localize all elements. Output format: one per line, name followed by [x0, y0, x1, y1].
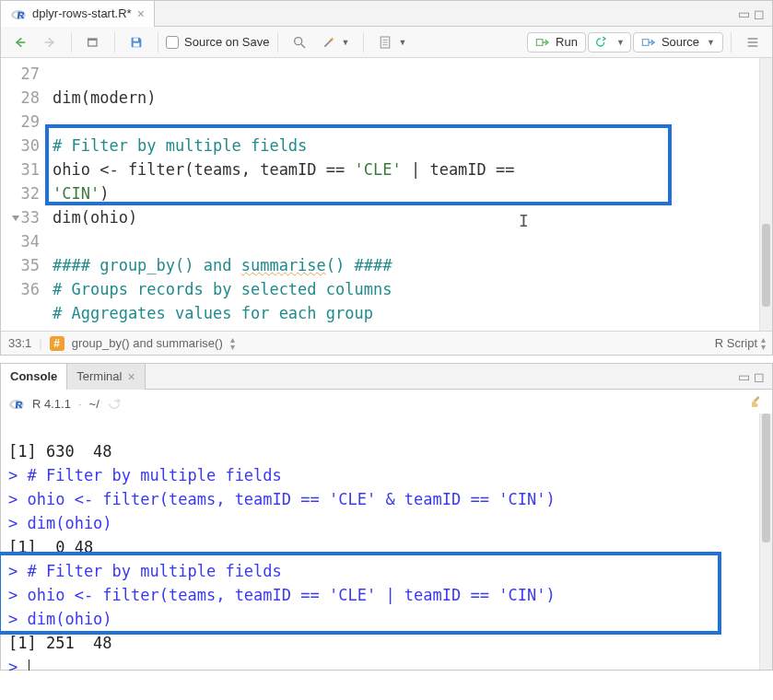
run-label: Run: [556, 35, 578, 49]
run-button[interactable]: Run: [527, 32, 586, 52]
svg-line-8: [324, 39, 332, 46]
editor-scrollbar[interactable]: [759, 58, 772, 331]
chevron-down-icon: ▼: [398, 38, 406, 47]
editor-tabrow: dplyr-rows-start.R* × ▭ ◻: [1, 1, 772, 27]
pane-window-controls: ▭ ◻: [736, 6, 772, 21]
minimize-icon[interactable]: ▭: [736, 6, 752, 21]
arrow-left-icon: [13, 35, 28, 50]
console-line: > # Filter by multiple fields: [8, 466, 282, 484]
compile-report-button[interactable]: ▼: [371, 30, 413, 54]
tab-terminal[interactable]: Terminal ×: [67, 364, 145, 390]
console-line: [1] 630 48: [8, 442, 112, 461]
share-icon[interactable]: [107, 396, 122, 411]
svg-point-6: [294, 37, 301, 44]
console-line: > # Filter by multiple fields: [8, 562, 282, 580]
language-arrows[interactable]: ▴▾: [761, 336, 765, 351]
tab-console[interactable]: Console: [1, 364, 67, 390]
rerun-icon: [594, 35, 609, 50]
line-gutter: 27 28 29 30 31 32 33 34 35 36: [1, 58, 53, 331]
console-line: > ohio <- filter(teams, teamID == 'CLE' …: [8, 586, 556, 604]
toolbar-right: Run ▼ Source ▼: [527, 30, 767, 54]
arrow-right-icon: [42, 35, 57, 50]
code-text[interactable]: dim(modern) # Filter by multiple fields …: [53, 58, 772, 331]
close-icon[interactable]: ×: [137, 7, 145, 20]
editor-toolbar: Source on Save ▼ ▼ Run ▼ Source: [1, 27, 772, 58]
console-line: > dim(ohio): [8, 514, 112, 532]
scrollbar-thumb[interactable]: [762, 224, 770, 307]
chevron-down-icon: ▼: [342, 38, 350, 47]
editor-statusbar: 33:1 | # group_by() and summarise() ▴▾ R…: [1, 331, 772, 355]
maximize-icon[interactable]: ◻: [752, 369, 767, 384]
wand-icon: [322, 35, 336, 50]
cursor-position: 33:1: [8, 336, 31, 350]
show-in-new-window-button[interactable]: [79, 30, 107, 54]
section-name[interactable]: group_by() and summarise(): [72, 336, 223, 350]
source-on-save-checkbox[interactable]: [166, 36, 179, 49]
chevron-down-icon: ▼: [707, 38, 715, 47]
console-output[interactable]: [1] 630 48 > # Filter by multiple fields…: [1, 414, 772, 670]
run-icon: [535, 35, 550, 50]
source-pane: dplyr-rows-start.R* × ▭ ◻ Source on Save: [0, 0, 773, 356]
outline-icon: [745, 35, 760, 50]
separator: [114, 32, 115, 52]
tab-terminal-label: Terminal: [76, 369, 122, 383]
find-button[interactable]: [286, 30, 313, 54]
source-button[interactable]: Source ▼: [633, 32, 723, 52]
tab-console-label: Console: [10, 369, 57, 383]
save-icon: [129, 35, 144, 50]
console-line: [1] 0 48: [8, 538, 93, 556]
clear-console-icon[interactable]: [750, 394, 765, 413]
search-icon: [292, 35, 307, 50]
file-tab[interactable]: dplyr-rows-start.R* ×: [1, 1, 155, 27]
console-infobar: R 4.1.1 · ~/: [1, 390, 772, 414]
file-tab-label: dplyr-rows-start.R*: [32, 6, 132, 20]
svg-rect-4: [134, 38, 138, 41]
r-file-icon: [10, 6, 27, 22]
console-line: > dim(ohio): [8, 610, 112, 628]
notebook-icon: [378, 35, 392, 50]
minimize-icon[interactable]: ▭: [736, 369, 752, 384]
input-caret: [29, 659, 29, 671]
pane-window-controls: ▭ ◻: [736, 369, 772, 384]
outline-button[interactable]: [739, 30, 767, 54]
r-logo-icon: [8, 395, 25, 412]
svg-rect-14: [642, 39, 649, 45]
console-tabrow: Console Terminal × ▭ ◻: [1, 364, 772, 390]
svg-line-7: [301, 44, 305, 48]
separator: [731, 32, 732, 52]
scrollbar-thumb[interactable]: [762, 414, 770, 542]
section-nav-arrows[interactable]: ▴▾: [230, 336, 234, 351]
rerun-button[interactable]: ▼: [588, 32, 631, 52]
source-icon: [641, 35, 656, 50]
save-button[interactable]: [123, 30, 150, 54]
console-scrollbar[interactable]: [759, 414, 772, 670]
source-label: Source: [662, 35, 699, 49]
console-prompt[interactable]: >: [8, 658, 27, 671]
popout-icon: [86, 35, 100, 50]
code-editor[interactable]: 27 28 29 30 31 32 33 34 35 36 dim(modern…: [1, 58, 772, 331]
code-tools-button[interactable]: ▼: [315, 30, 357, 54]
close-icon[interactable]: ×: [127, 370, 135, 383]
svg-rect-3: [88, 39, 97, 41]
source-on-save-label: Source on Save: [184, 35, 270, 49]
separator: [277, 32, 278, 52]
maximize-icon[interactable]: ◻: [752, 6, 767, 21]
nav-forward-button[interactable]: [36, 30, 64, 54]
svg-rect-13: [536, 39, 543, 45]
separator: [158, 32, 158, 52]
nav-back-button[interactable]: [6, 30, 34, 54]
text-caret-icon: 𝙸: [519, 213, 529, 229]
console-line: [1] 251 48: [8, 634, 112, 652]
chevron-down-icon: ▼: [616, 38, 625, 47]
separator: [71, 32, 72, 52]
console-pane: Console Terminal × ▭ ◻ R 4.1.1 · ~/ [1] …: [0, 363, 773, 671]
svg-rect-5: [134, 42, 140, 46]
console-line: > ohio <- filter(teams, teamID == 'CLE' …: [8, 490, 556, 508]
separator: [363, 32, 364, 52]
language-mode[interactable]: R Script: [715, 336, 757, 350]
fold-caret-icon[interactable]: [12, 216, 19, 221]
